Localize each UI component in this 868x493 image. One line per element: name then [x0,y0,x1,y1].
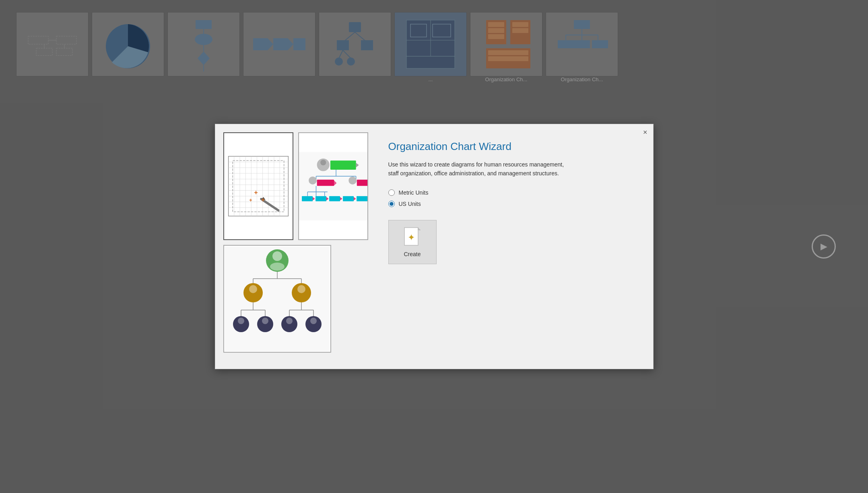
svg-rect-98 [302,196,313,201]
template-thumb-avatar-org[interactable] [223,245,331,353]
svg-point-135 [310,318,317,324]
svg-marker-137 [418,228,421,230]
svg-text:+: + [254,189,258,196]
metric-units-option[interactable]: Metric Units [388,189,633,196]
metric-units-radio[interactable] [388,189,395,196]
template-thumb-blank[interactable]: + + + [223,132,293,240]
svg-point-110 [272,251,282,261]
template-thumb-colored-org[interactable] [298,132,368,240]
svg-point-119 [297,285,305,293]
svg-rect-100 [315,196,326,201]
svg-point-131 [262,318,268,324]
units-radio-group: Metric Units US Units [388,189,633,207]
us-units-option[interactable]: US Units [388,201,633,207]
right-panel: Organization Chart Wizard Use this wizar… [376,132,645,361]
create-doc-icon: ✦ [404,227,421,248]
us-units-label: US Units [399,201,421,207]
svg-rect-102 [329,196,340,201]
left-panel: + + + [223,132,368,361]
svg-text:✦: ✦ [408,232,415,242]
svg-point-90 [348,177,357,185]
svg-point-80 [320,160,326,165]
wizard-description: Use this wizard to create diagrams for h… [388,160,565,178]
svg-rect-106 [357,196,367,201]
svg-text:+: + [261,196,265,203]
create-button[interactable]: ✦ Create [388,220,437,264]
svg-rect-81 [330,160,356,170]
svg-rect-87 [317,180,334,186]
svg-point-86 [309,177,317,185]
top-thumbs-row: + + + [223,132,368,240]
svg-rect-91 [357,180,367,186]
create-button-label: Create [404,251,421,257]
modal-dialog: × [215,124,654,369]
modal-body: + + + [215,124,653,369]
svg-text:+: + [249,197,252,203]
svg-point-111 [270,263,285,271]
metric-units-label: Metric Units [399,189,429,196]
svg-rect-104 [343,196,354,201]
svg-point-133 [286,318,293,324]
wizard-title: Organization Chart Wizard [388,140,633,153]
modal-close-button[interactable]: × [643,128,647,137]
svg-point-129 [238,318,244,324]
svg-point-117 [249,285,257,293]
svg-rect-53 [228,156,288,216]
us-units-radio[interactable] [388,201,395,207]
